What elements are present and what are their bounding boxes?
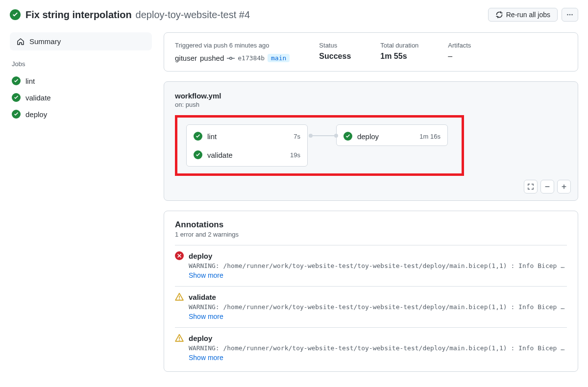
- duration-label: Total duration: [380, 42, 418, 49]
- warning-icon: [175, 334, 184, 342]
- rerun-all-button[interactable]: Re-run all jobs: [488, 8, 558, 22]
- run-title-group: Fix string interpolation deploy-toy-webs…: [10, 9, 250, 21]
- job-name: validate: [25, 94, 51, 102]
- stage-group-1: lint 7s validate 19s: [186, 124, 308, 167]
- annotation-item: deploy WARNING: /home/runner/work/toy-we…: [175, 245, 567, 286]
- sidebar-item-deploy[interactable]: deploy: [10, 106, 152, 122]
- warning-icon: [175, 292, 184, 301]
- rerun-label: Re-run all jobs: [506, 11, 550, 19]
- stage-group-2: deploy 1m 16s: [336, 124, 448, 146]
- run-meta-card: Triggered via push 6 minutes ago gituser…: [164, 32, 578, 72]
- fullscreen-button[interactable]: [524, 180, 538, 194]
- jobs-heading: Jobs: [12, 60, 150, 68]
- job-node-lint[interactable]: lint 7s: [187, 127, 307, 145]
- run-header: Fix string interpolation deploy-toy-webs…: [10, 8, 578, 22]
- summary-label: Summary: [29, 37, 61, 46]
- graph-connector: [311, 135, 336, 136]
- zoom-in-button[interactable]: [557, 180, 571, 194]
- trigger-line: gituser pushed e17384b main: [175, 54, 290, 62]
- job-name: deploy: [25, 110, 47, 119]
- sidebar: Summary Jobs lint validate deploy: [10, 32, 152, 122]
- home-icon: [17, 38, 24, 46]
- zoom-out-button[interactable]: [540, 180, 554, 194]
- zoom-controls: [524, 180, 571, 194]
- job-duration: 1m 16s: [419, 133, 441, 140]
- show-more-link[interactable]: Show more: [175, 271, 567, 279]
- highlight-box: lint 7s validate 19s: [175, 115, 464, 176]
- main-content: Triggered via push 6 minutes ago gituser…: [164, 32, 578, 382]
- status-label: Status: [319, 42, 351, 49]
- success-icon: [12, 110, 21, 119]
- actor-name[interactable]: gituser: [175, 54, 197, 62]
- success-icon: [10, 9, 21, 20]
- workflow-graph[interactable]: lint 7s validate 19s: [186, 124, 448, 167]
- job-name: lint: [25, 77, 35, 85]
- workflow-trigger: on: push: [175, 101, 567, 108]
- job-node-validate[interactable]: validate 19s: [187, 145, 307, 164]
- annotations-subtitle: 1 error and 2 warnings: [175, 231, 567, 238]
- annotation-job: deploy: [189, 334, 212, 342]
- annotation-item: deploy WARNING: /home/runner/work/toy-we…: [175, 327, 567, 368]
- error-icon: [175, 251, 184, 260]
- job-name: lint: [207, 132, 217, 141]
- workflow-file: workflow.yml: [175, 92, 567, 100]
- success-icon: [194, 132, 202, 141]
- run-title: Fix string interpolation deploy-toy-webs…: [25, 9, 250, 21]
- annotation-message: WARNING: /home/runner/work/toy-website-t…: [175, 262, 567, 269]
- commit-sha[interactable]: e17384b: [238, 54, 265, 62]
- header-actions: Re-run all jobs: [488, 8, 578, 22]
- annotation-message: WARNING: /home/runner/work/toy-website-t…: [175, 303, 567, 311]
- annotations-title: Annotations: [175, 220, 567, 230]
- annotations-card: Annotations 1 error and 2 warnings deplo…: [164, 211, 578, 372]
- workflow-graph-card: workflow.yml on: push lint 7s: [164, 81, 578, 201]
- show-more-link[interactable]: Show more: [175, 313, 567, 320]
- sidebar-item-summary[interactable]: Summary: [10, 32, 152, 50]
- annotation-job: validate: [189, 293, 216, 301]
- sync-icon: [495, 11, 503, 19]
- trigger-action: pushed: [200, 54, 224, 62]
- status-value: Success: [319, 52, 351, 61]
- kebab-icon: [566, 11, 574, 19]
- commit-icon: [227, 54, 235, 62]
- commit-message: Fix string interpolation: [25, 9, 132, 20]
- sidebar-item-validate[interactable]: validate: [10, 89, 152, 106]
- artifacts-value: –: [448, 52, 471, 61]
- duration-value: 1m 55s: [380, 52, 418, 61]
- success-icon: [12, 76, 21, 85]
- workflow-ref: deploy-toy-website-test #4: [136, 9, 250, 20]
- trigger-label: Triggered via push 6 minutes ago: [175, 42, 290, 49]
- success-icon: [194, 150, 202, 159]
- success-icon: [343, 132, 352, 141]
- job-duration: 7s: [294, 133, 300, 140]
- artifacts-label: Artifacts: [448, 42, 471, 49]
- sidebar-item-lint[interactable]: lint: [10, 73, 152, 89]
- annotation-job: deploy: [189, 252, 212, 260]
- job-name: validate: [207, 151, 233, 159]
- job-name: deploy: [357, 132, 379, 141]
- job-duration: 19s: [290, 151, 300, 159]
- annotation-item: validate WARNING: /home/runner/work/toy-…: [175, 286, 567, 327]
- job-node-deploy[interactable]: deploy 1m 16s: [337, 127, 447, 145]
- show-more-link[interactable]: Show more: [175, 354, 567, 362]
- annotation-message: WARNING: /home/runner/work/toy-website-t…: [175, 344, 567, 352]
- more-actions-button[interactable]: [562, 8, 578, 22]
- branch-pill[interactable]: main: [268, 54, 290, 62]
- success-icon: [12, 93, 21, 102]
